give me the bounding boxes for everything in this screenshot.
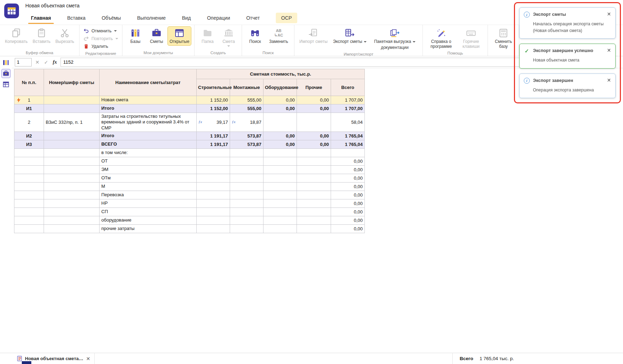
table-cell-value[interactable]: 1 707,00 <box>331 104 365 113</box>
table-cell-value[interactable] <box>263 148 297 157</box>
table-cell-name[interactable]: Перевозка <box>100 191 197 199</box>
table-cell-num[interactable]: И1 <box>14 104 44 113</box>
table-cell-value[interactable] <box>297 165 331 174</box>
delete-button[interactable]: Удалить <box>83 44 108 49</box>
table-cell-value[interactable] <box>197 157 230 165</box>
tab-otchet[interactable]: Отчет <box>246 11 260 25</box>
table-cell-num[interactable] <box>14 199 44 207</box>
sidebar-estimates-button[interactable] <box>2 69 10 78</box>
table-cell-num[interactable]: И2 <box>14 132 44 140</box>
table-cell-value[interactable]: 0,00 <box>297 104 331 113</box>
table-cell-num[interactable] <box>14 216 44 224</box>
table-cell-value[interactable] <box>297 157 331 165</box>
tab-osr[interactable]: ОСР <box>276 13 297 23</box>
sidebar-open-docs-button[interactable] <box>2 80 10 89</box>
table-cell-value[interactable]: 1 191,17 <box>197 132 230 140</box>
table-cell-code[interactable] <box>44 157 100 165</box>
table-cell-value[interactable] <box>230 207 263 216</box>
table-cell-name[interactable]: Затраты на строительство титульных време… <box>100 113 197 132</box>
tab-glavnaya[interactable]: Главная <box>31 11 51 25</box>
table-cell-value[interactable]: 0,00 <box>297 132 331 140</box>
table-cell-value[interactable]: 573,87 <box>230 132 263 140</box>
table-cell-value[interactable] <box>197 165 230 174</box>
table-row[interactable]: И1Итого1 152,00555,000,000,001 707,00 <box>14 104 365 113</box>
table-row[interactable]: Перевозка0,00 <box>14 191 365 199</box>
table-row[interactable]: прочие затраты0,00 <box>14 224 365 233</box>
table-cell-num[interactable] <box>14 182 44 191</box>
table-row[interactable]: 1Новая смета1 152,00555,000,000,001 707,… <box>14 96 365 104</box>
table-cell-value[interactable]: 0,00 <box>331 207 365 216</box>
confirm-entry-icon[interactable]: ✓ <box>43 59 49 65</box>
replace-button[interactable]: AB↳AC Заменить <box>266 27 291 45</box>
table-cell-value[interactable] <box>197 207 230 216</box>
table-cell-value[interactable]: 0,00 <box>331 224 365 233</box>
table-row[interactable]: ОТ0,00 <box>14 157 365 165</box>
table-cell-value[interactable]: 0,00 <box>297 140 331 148</box>
table-cell-value[interactable]: 58,04 <box>331 113 365 132</box>
table-cell-value[interactable] <box>297 224 331 233</box>
cut-button[interactable]: Вырезать <box>54 27 76 45</box>
table-cell-value[interactable] <box>331 148 365 157</box>
col-header-installation[interactable]: Монтажные <box>230 79 263 96</box>
table-cell-value[interactable] <box>197 216 230 224</box>
about-program-button[interactable]: Справка о программе <box>426 27 456 50</box>
batch-export-dropdown-caret[interactable] <box>413 41 415 43</box>
table-cell-num[interactable] <box>14 174 44 182</box>
table-cell-value[interactable]: 555,00 <box>230 104 263 113</box>
table-cell-name[interactable]: НР <box>100 199 197 207</box>
table-cell-value[interactable] <box>297 191 331 199</box>
table-cell-value[interactable]: 1 152,00 <box>197 96 230 104</box>
col-header-construction[interactable]: Строительные <box>197 79 230 96</box>
table-cell-value[interactable] <box>197 174 230 182</box>
table-cell-name[interactable]: оборудование <box>100 216 197 224</box>
table-cell-value[interactable] <box>230 174 263 182</box>
table-cell-code[interactable] <box>44 140 100 148</box>
tab-vid[interactable]: Вид <box>182 11 191 25</box>
table-cell-value[interactable]: 573,87 <box>230 140 263 148</box>
table-row[interactable]: И2Итого1 191,17573,870,000,001 765,04 <box>14 132 365 140</box>
table-row[interactable]: ЭМ0,00 <box>14 165 365 174</box>
toast-close-icon[interactable]: ✕ <box>607 48 611 53</box>
table-cell-value[interactable] <box>297 182 331 191</box>
col-header-equipment[interactable]: Оборудование <box>263 79 297 96</box>
table-cell-code[interactable] <box>44 199 100 207</box>
table-cell-name[interactable]: ЭМ <box>100 165 197 174</box>
table-cell-code[interactable] <box>44 148 100 157</box>
table-row[interactable]: ОТм0,00 <box>14 174 365 182</box>
table-cell-name[interactable]: СП <box>100 207 197 216</box>
table-cell-value[interactable] <box>263 182 297 191</box>
table-cell-num[interactable] <box>14 165 44 174</box>
table-cell-value[interactable] <box>197 182 230 191</box>
table-cell-value[interactable] <box>230 165 263 174</box>
table-cell-name[interactable]: Новая смета <box>100 96 197 104</box>
table-cell-num[interactable] <box>14 207 44 216</box>
table-cell-value[interactable]: 1 765,04 <box>331 132 365 140</box>
table-cell-name[interactable]: в том числе: <box>100 148 197 157</box>
col-header-num[interactable]: № п.п. <box>14 69 44 96</box>
undo-dropdown-caret[interactable] <box>114 30 117 32</box>
new-folder-button[interactable]: Папка <box>198 27 217 45</box>
copy-button[interactable]: Копировать <box>3 27 30 45</box>
table-cell-num[interactable]: 2 <box>14 113 44 132</box>
table-row[interactable]: 2ВЗиС 332/пр, п. 1Затраты на строительст… <box>14 113 365 132</box>
table-cell-value[interactable] <box>297 174 331 182</box>
table-cell-value[interactable]: 0,00 <box>297 96 331 104</box>
table-cell-value[interactable]: 0,00 <box>263 132 297 140</box>
search-button[interactable]: Поиск <box>245 27 265 45</box>
table-cell-code[interactable] <box>44 191 100 199</box>
table-row[interactable]: в том числе: <box>14 148 365 157</box>
table-cell-value[interactable] <box>263 113 297 132</box>
document-tab-close-icon[interactable]: ✕ <box>86 356 90 362</box>
table-cell-value[interactable]: 0,00 <box>263 140 297 148</box>
table-cell-value[interactable]: 0,00 <box>331 157 365 165</box>
table-cell-value[interactable] <box>263 174 297 182</box>
table-cell-value[interactable]: 1 191,17 <box>197 140 230 148</box>
table-cell-value[interactable] <box>297 148 331 157</box>
table-cell-value[interactable] <box>263 165 297 174</box>
table-cell-value[interactable]: 0,00 <box>263 96 297 104</box>
paste-button[interactable]: Вставить <box>31 27 52 45</box>
table-cell-value[interactable] <box>230 216 263 224</box>
table-cell-value[interactable]: 0,00 <box>331 216 365 224</box>
table-cell-code[interactable] <box>44 132 100 140</box>
table-cell-code[interactable]: ВЗиС 332/пр, п. 1 <box>44 113 100 132</box>
